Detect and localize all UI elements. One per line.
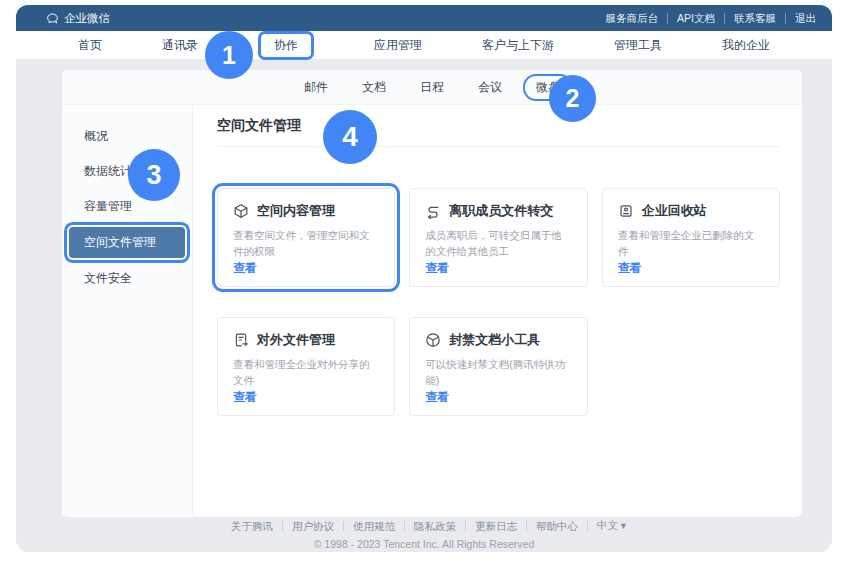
sidebar-item-space-file-management[interactable]: 空间文件管理 [69, 227, 185, 258]
card-header: 企业回收站 [618, 202, 764, 220]
card-header: 对外文件管理 [233, 331, 379, 349]
brand-label: 企业微信 [64, 11, 110, 26]
feature-cards-grid: 空间内容管理 查看空间文件，管理空间和文件的权限 查看 离职成员文件转交 [217, 188, 780, 416]
card-header: 封禁文档小工具 [425, 331, 571, 349]
copyright: © 1998 - 2023 Tencent Inc. All Rights Re… [16, 538, 832, 550]
topbar-links: 服务商后台 API文档 联系客服 退出 [597, 13, 816, 24]
subtab-calendar[interactable]: 日程 [420, 79, 444, 96]
external-file-icon [233, 332, 249, 348]
language-selector[interactable]: 中文 ▾ [588, 519, 626, 533]
subtab-bar: 邮件 文档 日程 会议 微盘 [62, 70, 802, 105]
topbar-link-contact-support[interactable]: 联系客服 [725, 13, 786, 24]
nav-item-contacts[interactable]: 通讯录 [162, 37, 198, 54]
annotation-step-2: 2 [549, 75, 596, 122]
card-description: 可以快速封禁文档(腾讯特供功能) [425, 356, 571, 389]
card-description: 查看和管理全企业已删除的文件 [618, 227, 764, 260]
view-link[interactable]: 查看 [425, 389, 571, 406]
footer-link-user-agreement[interactable]: 用户协议 [283, 521, 344, 531]
footer-link-privacy-policy[interactable]: 隐私政策 [405, 521, 466, 531]
ban-doc-icon [425, 332, 441, 348]
nav-item-customers[interactable]: 客户与上下游 [482, 37, 554, 54]
nav-item-my-company[interactable]: 我的企业 [722, 37, 770, 54]
subtab-meeting[interactable]: 会议 [478, 79, 502, 96]
card-title: 离职成员文件转交 [449, 202, 553, 220]
annotation-step-1: 1 [205, 31, 253, 79]
sidebar-item-file-security[interactable]: 文件安全 [62, 261, 192, 296]
card-description: 查看和管理全企业对外分享的文件 [233, 356, 379, 389]
sidebar-item-overview[interactable]: 概况 [62, 119, 192, 154]
card-title: 封禁文档小工具 [449, 331, 540, 349]
card-description: 成员离职后，可转交归属于他的文件给其他员工 [425, 227, 571, 260]
card-title: 对外文件管理 [257, 331, 335, 349]
card-departed-member-file-transfer[interactable]: 离职成员文件转交 成员离职后，可转交归属于他的文件给其他员工 查看 [409, 188, 587, 287]
view-link[interactable]: 查看 [425, 260, 571, 277]
page-title: 空间文件管理 [217, 113, 780, 135]
brand[interactable]: 企业微信 [46, 11, 110, 26]
screenshot-canvas: 企业微信 服务商后台 API文档 联系客服 退出 首页 通讯录 协作 应用管理 … [0, 0, 848, 564]
recycle-bin-icon [618, 203, 634, 219]
annotation-step-3: 3 [128, 149, 180, 201]
footer-link-about-tencent[interactable]: 关于腾讯 [222, 521, 283, 531]
main-panel: 空间文件管理 空间内容管理 查看空间文件，管理空间和文件的权限 查看 [193, 105, 802, 516]
nav-item-collaboration[interactable]: 协作 [258, 31, 314, 60]
nav-item-app-management[interactable]: 应用管理 [374, 37, 422, 54]
footer-link-changelog[interactable]: 更新日志 [466, 521, 527, 531]
sidebar-item-capacity[interactable]: 容量管理 [62, 189, 192, 224]
title-divider [217, 146, 780, 147]
subtab-docs[interactable]: 文档 [362, 79, 386, 96]
card-description: 查看空间文件，管理空间和文件的权限 [233, 227, 379, 260]
card-ban-document-tool[interactable]: 封禁文档小工具 可以快速封禁文档(腾讯特供功能) 查看 [409, 317, 587, 416]
view-link[interactable]: 查看 [618, 260, 764, 277]
transfer-icon [425, 203, 441, 219]
card-space-content-management[interactable]: 空间内容管理 查看空间文件，管理空间和文件的权限 查看 [217, 188, 395, 287]
footer-link-help-center[interactable]: 帮助中心 [527, 521, 588, 531]
card-header: 空间内容管理 [233, 202, 379, 220]
view-link[interactable]: 查看 [233, 260, 379, 277]
nav-item-admin-tools[interactable]: 管理工具 [614, 37, 662, 54]
grid-spacer [602, 317, 780, 416]
content-card: 邮件 文档 日程 会议 微盘 概况 数据统计 容量管理 空间文件管理 文件安全 … [62, 70, 802, 517]
card-company-recycle-bin[interactable]: 企业回收站 查看和管理全企业已删除的文件 查看 [602, 188, 780, 287]
topbar-link-api-docs[interactable]: API文档 [668, 13, 725, 24]
topbar-link-provider-console[interactable]: 服务商后台 [597, 13, 669, 24]
chat-bubble-icon [46, 12, 59, 25]
footer-link-usage-rules[interactable]: 使用规范 [344, 521, 405, 531]
card-title: 空间内容管理 [257, 202, 335, 220]
view-link[interactable]: 查看 [233, 389, 379, 406]
subtab-mail[interactable]: 邮件 [304, 79, 328, 96]
footer-links: 关于腾讯 用户协议 使用规范 隐私政策 更新日志 帮助中心 中文 ▾ [16, 519, 832, 533]
card-header: 离职成员文件转交 [425, 202, 571, 220]
cube-icon [233, 203, 249, 219]
annotation-step-4: 4 [323, 110, 377, 164]
app-window: 企业微信 服务商后台 API文档 联系客服 退出 首页 通讯录 协作 应用管理 … [16, 5, 832, 552]
primary-nav: 首页 通讯录 协作 应用管理 客户与上下游 管理工具 我的企业 [16, 31, 832, 59]
top-bar: 企业微信 服务商后台 API文档 联系客服 退出 [16, 5, 832, 31]
footer: 关于腾讯 用户协议 使用规范 隐私政策 更新日志 帮助中心 中文 ▾ © 199… [16, 519, 832, 550]
card-external-file-management[interactable]: 对外文件管理 查看和管理全企业对外分享的文件 查看 [217, 317, 395, 416]
card-title: 企业回收站 [642, 202, 707, 220]
nav-item-home[interactable]: 首页 [78, 37, 102, 54]
topbar-link-logout[interactable]: 退出 [786, 13, 816, 24]
